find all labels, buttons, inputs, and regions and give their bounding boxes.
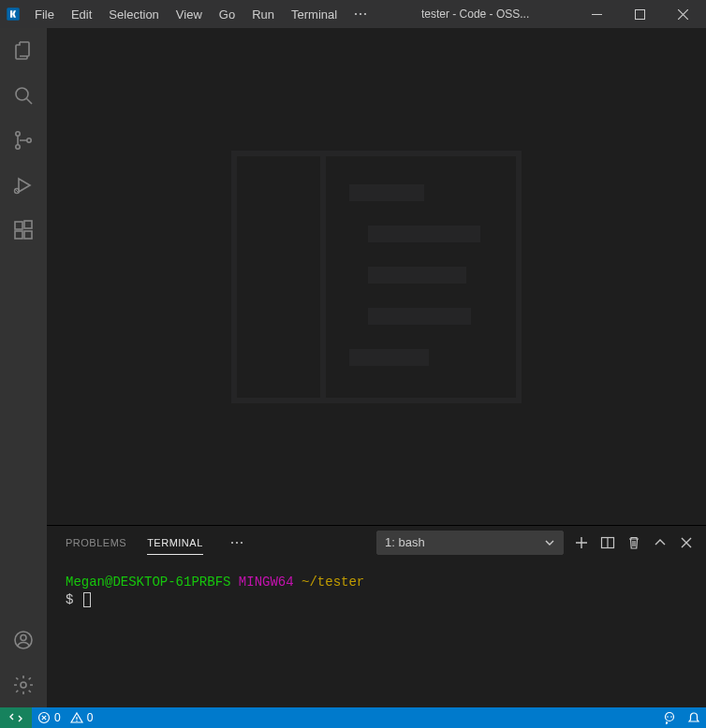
svg-point-29 xyxy=(667,716,669,718)
menu-overflow-icon[interactable] xyxy=(346,0,375,28)
menu-file[interactable]: File xyxy=(26,0,63,28)
terminal-selector-value: 1: bash xyxy=(385,535,425,549)
menu-selection[interactable]: Selection xyxy=(100,0,167,28)
svg-point-21 xyxy=(236,541,238,543)
svg-rect-15 xyxy=(24,231,32,239)
run-debug-icon[interactable] xyxy=(0,163,47,208)
menu-go[interactable]: Go xyxy=(211,0,243,28)
activity-bar xyxy=(0,28,47,707)
svg-line-7 xyxy=(27,99,33,105)
svg-point-19 xyxy=(21,682,26,688)
status-bar: 0 0 xyxy=(0,707,706,728)
warning-count: 0 xyxy=(87,711,94,724)
editor-watermark-icon xyxy=(231,151,522,403)
accounts-icon[interactable] xyxy=(0,618,47,662)
settings-gear-icon[interactable] xyxy=(0,662,47,707)
remote-indicator-icon[interactable] xyxy=(0,707,32,728)
terminal-env: MINGW64 xyxy=(239,575,294,590)
window-title: tester - Code - OSS... xyxy=(375,7,575,21)
minimize-button[interactable] xyxy=(575,0,618,28)
svg-rect-16 xyxy=(24,221,32,228)
menu-view[interactable]: View xyxy=(168,0,211,28)
close-panel-icon[interactable] xyxy=(678,534,695,551)
terminal-output[interactable]: Megan@DESKTOP-61PRBFS MINGW64 ~/tester $ xyxy=(47,559,706,707)
svg-point-28 xyxy=(666,713,674,721)
editor-area: Problems Terminal 1: bash xyxy=(47,28,706,707)
panel-tabs: Problems Terminal 1: bash xyxy=(47,526,706,559)
svg-point-6 xyxy=(16,88,28,100)
svg-rect-13 xyxy=(15,222,22,229)
terminal-cursor xyxy=(83,592,91,607)
extensions-icon[interactable] xyxy=(0,208,47,253)
svg-rect-14 xyxy=(15,231,22,239)
terminal-selector-dropdown[interactable]: 1: bash xyxy=(376,531,564,555)
window-controls xyxy=(575,0,704,28)
error-icon xyxy=(37,711,51,724)
svg-point-8 xyxy=(16,132,20,136)
app-icon xyxy=(0,0,26,28)
new-terminal-icon[interactable] xyxy=(573,534,590,551)
terminal-user: Megan@DESKTOP-61PRBFS xyxy=(66,575,230,590)
explorer-icon[interactable] xyxy=(0,28,47,73)
close-button[interactable] xyxy=(661,0,704,28)
warning-icon xyxy=(70,711,83,724)
tab-problems[interactable]: Problems xyxy=(66,531,126,555)
menu-run[interactable]: Run xyxy=(243,0,283,28)
error-count: 0 xyxy=(54,711,61,724)
status-notifications-icon[interactable] xyxy=(682,707,706,728)
svg-point-1 xyxy=(355,13,357,15)
svg-point-10 xyxy=(27,138,31,142)
maximize-panel-icon[interactable] xyxy=(652,534,669,551)
svg-point-22 xyxy=(241,541,243,543)
svg-point-30 xyxy=(670,716,672,718)
svg-point-9 xyxy=(16,145,20,149)
svg-point-20 xyxy=(231,541,233,543)
tab-terminal[interactable]: Terminal xyxy=(147,531,203,555)
search-icon[interactable] xyxy=(0,73,47,118)
menu-edit[interactable]: Edit xyxy=(63,0,100,28)
status-errors[interactable]: 0 0 xyxy=(32,707,98,728)
bottom-panel: Problems Terminal 1: bash xyxy=(47,525,706,707)
source-control-icon[interactable] xyxy=(0,118,47,163)
panel-tab-overflow-icon[interactable] xyxy=(224,535,250,550)
title-bar: File Edit Selection View Go Run Terminal… xyxy=(0,0,706,28)
svg-point-3 xyxy=(364,13,366,15)
svg-rect-5 xyxy=(635,9,644,19)
kill-terminal-icon[interactable] xyxy=(625,534,642,551)
terminal-path: ~/tester xyxy=(302,575,364,590)
split-terminal-icon[interactable] xyxy=(599,534,616,551)
menu-terminal[interactable]: Terminal xyxy=(283,0,346,28)
maximize-button[interactable] xyxy=(618,0,661,28)
svg-point-27 xyxy=(76,721,77,721)
svg-rect-4 xyxy=(592,14,602,15)
chevron-down-icon xyxy=(544,537,555,548)
svg-point-2 xyxy=(360,13,361,15)
status-feedback-icon[interactable] xyxy=(657,707,682,728)
editor-empty-state xyxy=(47,28,706,525)
svg-point-18 xyxy=(21,635,26,641)
menu-bar: File Edit Selection View Go Run Terminal xyxy=(26,0,375,28)
terminal-prompt: $ xyxy=(66,592,73,607)
